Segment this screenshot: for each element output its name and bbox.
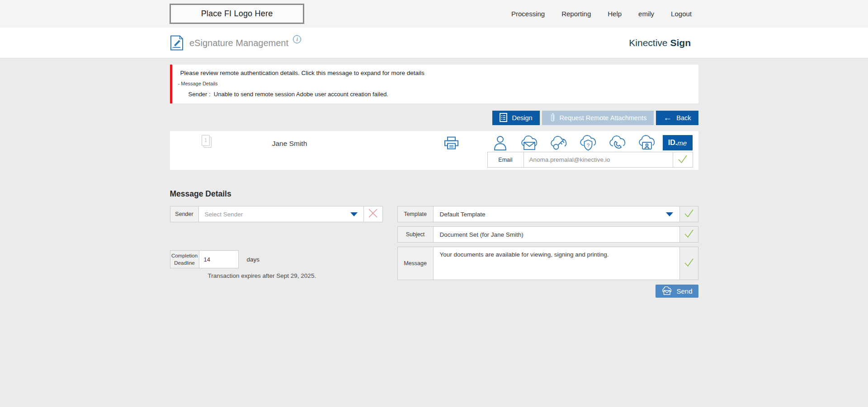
message-valid-cell xyxy=(679,247,698,280)
expiration-note: Transaction expires after Sept 29, 2025. xyxy=(208,272,397,279)
message-textarea[interactable]: Your documents are available for viewing… xyxy=(434,247,679,280)
completion-deadline-label: Completion Deadline xyxy=(170,250,199,268)
authentication-options: ? I xyxy=(486,134,693,151)
sender-field-label: Sender xyxy=(170,206,199,222)
paperclip-icon xyxy=(549,112,555,123)
warning-sender-detail: Sender : Unable to send remote session A… xyxy=(178,91,694,98)
subject-valid-cell xyxy=(679,226,698,243)
recipient-name: Jane Smith xyxy=(251,140,328,148)
nav-logout[interactable]: Logout xyxy=(671,10,692,18)
email-input[interactable]: Anoma.premalal@kinective.io xyxy=(524,152,673,167)
subject-input[interactable]: Document Set (for Jane Smith) xyxy=(434,226,679,243)
action-toolbar: Design Request Remote Attachments ← Back xyxy=(170,111,698,125)
brand-name: Kinective xyxy=(629,37,667,48)
message-details-form: Sender Select Sender Completion Deadline… xyxy=(170,206,698,298)
template-field-label: Template xyxy=(397,206,434,222)
svg-text:1: 1 xyxy=(204,138,207,143)
print-icon[interactable] xyxy=(443,136,460,152)
recipient-email-row: Email Anoma.premalal@kinective.io xyxy=(487,152,693,168)
top-navigation: Processing Reporting Help emily Logout xyxy=(511,0,692,28)
message-field-label: Message xyxy=(397,247,434,280)
header: x eSignature Management i Kinective Sign xyxy=(0,28,868,58)
check-icon xyxy=(677,154,688,165)
completion-deadline-input[interactable]: 14 xyxy=(199,250,239,268)
warning-message-banner[interactable]: Please review remote authentication deta… xyxy=(170,65,698,103)
nav-processing[interactable]: Processing xyxy=(511,10,545,18)
clear-x-icon xyxy=(367,207,379,221)
idme-auth-badge[interactable]: ID.me xyxy=(663,135,693,150)
nav-help[interactable]: Help xyxy=(608,10,622,18)
email-field-label: Email xyxy=(488,152,524,167)
warning-message-text: Please review remote authentication deta… xyxy=(178,70,694,76)
remote-qa-icon[interactable]: ? xyxy=(574,134,603,151)
brand-product: Sign xyxy=(670,37,691,48)
message-row: Message Your documents are available for… xyxy=(397,247,698,280)
warning-message-details-toggle: - Message Details xyxy=(178,81,694,86)
design-button[interactable]: Design xyxy=(492,111,539,125)
document-pages-icon: 1 xyxy=(200,134,212,150)
message-details-heading: Message Details xyxy=(170,189,698,199)
nav-reporting[interactable]: Reporting xyxy=(561,10,591,18)
completion-deadline-row: Completion Deadline 14 days xyxy=(170,250,397,268)
in-person-signer-icon[interactable] xyxy=(486,134,515,151)
idme-label-bold: ID. xyxy=(668,139,677,147)
back-button-label: Back xyxy=(676,114,691,122)
recipient-card: 1 Jane Smith xyxy=(170,131,698,170)
page: Place FI Logo Here Processing Reporting … xyxy=(0,0,868,407)
template-valid-cell xyxy=(679,206,698,222)
remote-phone-icon[interactable] xyxy=(603,134,632,151)
request-remote-attachments-label: Request Remote Attachments xyxy=(560,114,647,122)
chevron-down-icon xyxy=(666,212,673,216)
design-icon xyxy=(500,113,507,123)
form-right-column: Template Default Template Subject Docume… xyxy=(397,206,698,298)
subject-field-label: Subject xyxy=(397,226,434,243)
deadline-unit-label: days xyxy=(247,256,260,263)
fi-logo-placeholder: Place FI Logo Here xyxy=(170,4,304,24)
page-title: eSignature Management xyxy=(189,38,288,48)
request-remote-attachments-button[interactable]: Request Remote Attachments xyxy=(542,111,654,125)
remote-password-icon[interactable] xyxy=(544,134,574,151)
chevron-down-icon xyxy=(350,212,358,216)
info-icon[interactable]: i xyxy=(293,35,301,43)
sender-dropdown-placeholder: Select Sender xyxy=(205,211,350,218)
svg-text:x: x xyxy=(172,46,173,49)
sender-row: Sender Select Sender xyxy=(170,206,383,222)
topbar: Place FI Logo Here Processing Reporting … xyxy=(0,0,868,28)
design-button-label: Design xyxy=(512,114,532,122)
main-content: Please review remote authentication deta… xyxy=(170,65,698,298)
check-icon xyxy=(684,258,694,269)
sender-dropdown[interactable]: Select Sender xyxy=(199,206,364,222)
send-mail-icon xyxy=(661,286,673,296)
idme-label-italic: me xyxy=(677,139,687,147)
check-icon xyxy=(684,209,694,220)
send-row: Send xyxy=(397,285,698,298)
remote-video-icon[interactable] xyxy=(632,134,662,151)
brand-logo: Kinective Sign xyxy=(629,28,691,58)
nav-user-emily[interactable]: emily xyxy=(638,10,654,18)
esignature-document-icon: x xyxy=(170,35,184,51)
form-left-column: Sender Select Sender Completion Deadline… xyxy=(170,206,397,298)
back-arrow-icon: ← xyxy=(663,113,672,122)
send-button[interactable]: Send xyxy=(656,285,698,298)
fi-logo-text: Place FI Logo Here xyxy=(201,9,273,19)
remote-email-icon[interactable] xyxy=(515,134,544,151)
header-left: x eSignature Management i xyxy=(170,28,301,58)
check-icon xyxy=(684,229,694,240)
back-button[interactable]: ← Back xyxy=(656,111,698,125)
send-button-label: Send xyxy=(676,287,692,295)
email-valid-cell xyxy=(673,152,693,167)
subject-row: Subject Document Set (for Jane Smith) xyxy=(397,226,698,243)
template-row: Template Default Template xyxy=(397,206,698,222)
svg-text:?: ? xyxy=(587,143,590,148)
template-dropdown-value: Default Template xyxy=(440,211,666,218)
template-dropdown[interactable]: Default Template xyxy=(434,206,679,222)
clear-sender-button[interactable] xyxy=(364,206,383,222)
